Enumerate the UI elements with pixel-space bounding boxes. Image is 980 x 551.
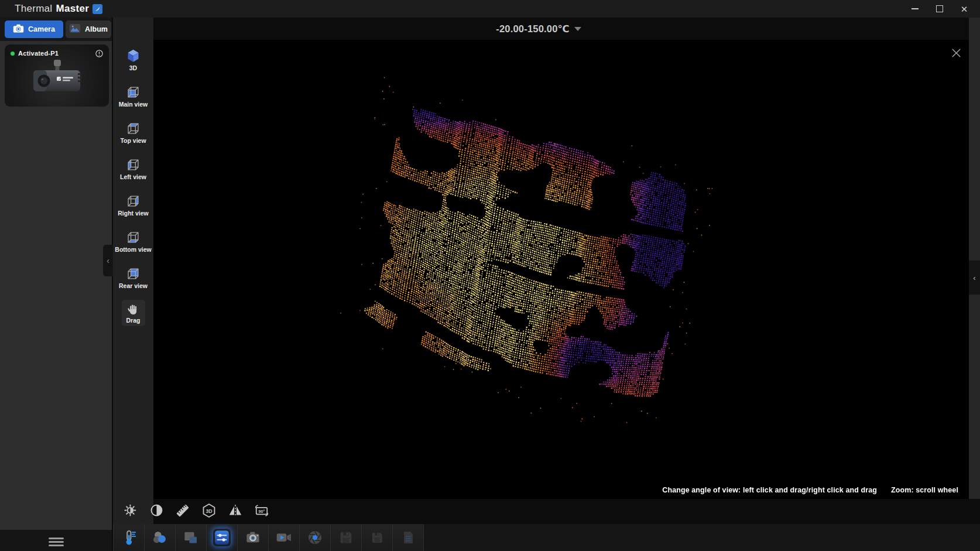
shutter-button[interactable] xyxy=(300,524,331,551)
temperature-button[interactable] xyxy=(114,524,145,551)
hex-3d-button[interactable]: 3D xyxy=(199,502,219,522)
left-view-cube-icon xyxy=(125,157,141,173)
display-settings-button[interactable] xyxy=(207,524,238,551)
drag-label: Drag xyxy=(126,317,141,324)
title-bar[interactable]: Thermal Master ✕ xyxy=(0,0,980,18)
view-3d-button[interactable]: 3D xyxy=(121,46,146,74)
brightness-button[interactable] xyxy=(120,502,140,522)
display-settings-icon xyxy=(213,529,231,546)
rear-view-button[interactable]: Rear view xyxy=(114,263,152,292)
sidebar-collapse-handle[interactable]: ‹ xyxy=(103,245,113,276)
info-icon xyxy=(95,49,104,58)
hint-rotate: Change angle of view: left click and dra… xyxy=(662,486,877,494)
maximize-icon xyxy=(936,5,943,12)
bottom-view-cube-icon xyxy=(125,230,141,245)
drag-button[interactable]: Drag xyxy=(122,300,145,326)
palette-icon xyxy=(151,529,169,546)
top-view-cube-icon xyxy=(125,121,141,136)
svg-text:3D: 3D xyxy=(205,508,212,514)
point-cloud-viewport[interactable]: Change angle of view: left click and dra… xyxy=(153,40,969,499)
point-cloud-canvas[interactable] xyxy=(153,40,969,499)
left-view-button[interactable]: Left view xyxy=(115,155,151,183)
right-view-cube-icon xyxy=(125,193,141,209)
status-dot-icon xyxy=(11,52,15,56)
capture-photo-icon xyxy=(244,529,262,546)
rotate-90-icon: 90° xyxy=(253,502,270,521)
hex-3d-icon: 3D xyxy=(201,502,217,521)
minimize-button[interactable] xyxy=(903,0,927,18)
right-panel-strip: ‹ xyxy=(969,18,980,499)
right-view-label: Right view xyxy=(118,210,149,217)
action-toolbar-cells xyxy=(113,524,424,551)
record-video-icon xyxy=(275,529,293,546)
record-video-button[interactable] xyxy=(269,524,300,551)
viewer-close-button[interactable] xyxy=(948,45,964,61)
device-image xyxy=(22,57,92,104)
minimize-icon xyxy=(912,8,919,9)
brand-text-light: Thermal xyxy=(15,3,52,15)
capture-photo-button[interactable] xyxy=(238,524,269,551)
top-view-label: Top view xyxy=(120,137,146,144)
tab-album[interactable]: Album xyxy=(66,20,111,38)
right-panel-collapse-handle[interactable]: ‹ xyxy=(969,261,980,295)
app-window: Thermal Master ✕ Camera Al xyxy=(0,0,980,551)
right-view-button[interactable]: Right view xyxy=(113,191,153,219)
tab-camera-label: Camera xyxy=(28,25,55,33)
main-view-cube-icon xyxy=(125,84,141,100)
close-button[interactable]: ✕ xyxy=(952,0,976,18)
hamburger-icon xyxy=(49,538,64,539)
camera-icon xyxy=(13,24,24,35)
bottom-view-button[interactable]: Bottom view xyxy=(110,227,156,255)
drag-hand-icon xyxy=(126,302,141,316)
save-button xyxy=(331,524,362,551)
rotate-90-button[interactable]: 90° xyxy=(252,502,272,522)
report-icon xyxy=(399,529,417,546)
viewer-hints: Change angle of view: left click and dra… xyxy=(662,486,958,494)
brand-text-bold: Master xyxy=(56,3,89,15)
album-icon xyxy=(69,23,81,36)
top-view-button[interactable]: Top view xyxy=(115,118,150,146)
viewer-area: -20.00-150.00℃ Change angle of view: lef… xyxy=(153,18,980,551)
palette-button[interactable] xyxy=(145,524,176,551)
hint-zoom: Zoom: scroll wheel xyxy=(891,486,958,494)
report-button xyxy=(393,524,424,551)
action-toolbar xyxy=(113,524,980,551)
bottom-view-label: Bottom view xyxy=(115,246,151,253)
temperature-range-value: -20.00-150.00℃ xyxy=(496,23,570,35)
maximize-button[interactable] xyxy=(927,0,952,18)
contrast-icon xyxy=(149,502,165,521)
brand-swoosh-icon xyxy=(92,4,102,14)
temperature-icon xyxy=(120,529,138,546)
flip-horizontal-button[interactable] xyxy=(225,502,245,522)
device-info-button[interactable] xyxy=(94,48,104,59)
picture-in-picture-button[interactable] xyxy=(176,524,207,551)
view-toolbar: 3DMain viewTop viewLeft viewRight viewBo… xyxy=(113,18,153,524)
rear-view-cube-icon xyxy=(125,266,141,282)
sidebar-footer xyxy=(0,530,112,551)
menu-button[interactable] xyxy=(49,538,64,548)
sidebar: Camera Album Activated-P1 xyxy=(0,18,113,551)
main-view-label: Main view xyxy=(119,101,148,108)
device-card[interactable]: Activated-P1 xyxy=(5,45,109,107)
main-view-button[interactable]: Main view xyxy=(114,82,153,110)
rear-view-label: Rear view xyxy=(119,282,148,289)
adjust-toolbar: 3D90° xyxy=(120,499,272,524)
view-3d-cube-icon xyxy=(125,48,141,64)
shutter-icon xyxy=(306,529,324,546)
device-name: Activated-P1 xyxy=(18,50,59,57)
left-view-label: Left view xyxy=(120,173,146,180)
tab-album-label: Album xyxy=(85,25,108,33)
measure-ruler-button[interactable] xyxy=(173,502,193,522)
temperature-range-dropdown[interactable]: -20.00-150.00℃ xyxy=(474,21,603,36)
measure-ruler-icon xyxy=(174,502,191,521)
device-status: Activated-P1 xyxy=(11,50,59,57)
chevron-down-icon xyxy=(574,27,581,31)
app-logo: Thermal Master xyxy=(15,0,102,18)
save-as-button xyxy=(362,524,393,551)
contrast-button[interactable] xyxy=(146,502,166,522)
view-3d-label: 3D xyxy=(129,64,137,71)
brightness-icon xyxy=(122,502,138,521)
svg-text:90°: 90° xyxy=(259,509,265,514)
sidebar-tab-row: Camera Album xyxy=(0,18,112,41)
tab-camera[interactable]: Camera xyxy=(5,20,63,38)
